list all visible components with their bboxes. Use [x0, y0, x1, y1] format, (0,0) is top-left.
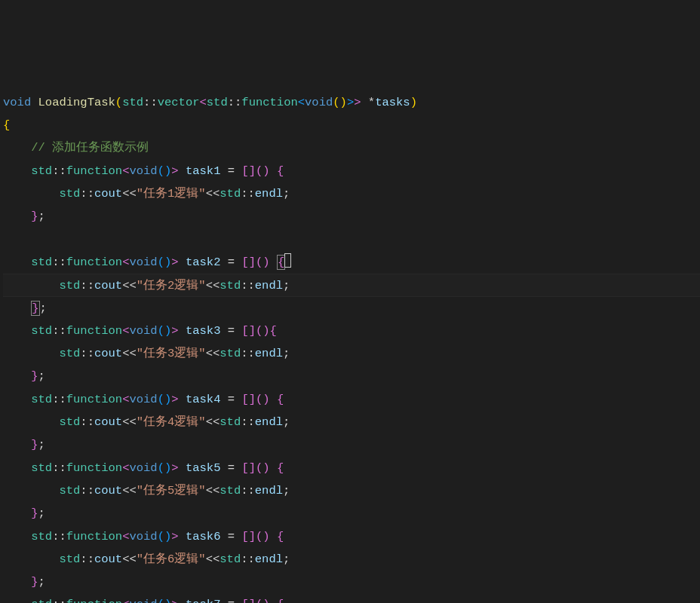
code-line[interactable] — [3, 228, 700, 251]
function-name: LoadingTask — [38, 96, 115, 109]
code-line[interactable]: std::function<void()> task7 = []() { — [3, 593, 700, 603]
code-line[interactable]: std::function<void()> task4 = []() { — [3, 388, 700, 411]
code-line[interactable]: std::function<void()> task2 = []() { — [3, 251, 700, 274]
type: vector — [158, 96, 200, 109]
code-line[interactable]: std::cout<<"任务5逻辑"<<std::endl; — [3, 479, 700, 502]
code-line[interactable]: std::cout<<"任务6逻辑"<<std::endl; — [3, 548, 700, 571]
code-line[interactable]: }; — [3, 365, 700, 387]
code-editor[interactable]: void LoadingTask(std::vector<std::functi… — [3, 91, 700, 603]
code-line[interactable]: std::function<void()> task6 = []() { — [3, 525, 700, 548]
cursor-icon — [284, 253, 291, 268]
code-line[interactable]: std::function<void()> task1 = []() { — [3, 160, 700, 182]
code-line[interactable]: }; — [3, 571, 700, 593]
code-line-active[interactable]: std::cout<<"任务2逻辑"<<std::endl; — [3, 274, 700, 296]
code-line[interactable]: std::cout<<"任务1逻辑"<<std::endl; — [3, 182, 700, 205]
code-line[interactable]: void LoadingTask(std::vector<std::functi… — [3, 91, 700, 114]
namespace: std — [122, 96, 143, 109]
variable: task1 — [186, 164, 221, 178]
code-line[interactable]: std::cout<<"任务3逻辑"<<std::endl; — [3, 342, 700, 365]
code-line[interactable]: }; — [3, 297, 700, 320]
keyword: void — [3, 96, 31, 109]
code-line[interactable]: }; — [3, 433, 700, 456]
code-line[interactable]: std::function<void()> task3 = [](){ — [3, 320, 700, 342]
code-line[interactable]: std::cout<<"任务4逻辑"<<std::endl; — [3, 411, 700, 433]
code-line[interactable]: // 添加任务函数示例 — [3, 136, 700, 159]
code-line[interactable]: }; — [3, 502, 700, 525]
string-literal: "任务1逻辑" — [137, 187, 206, 200]
code-line[interactable]: std::function<void()> task5 = []() { — [3, 457, 700, 479]
code-line[interactable]: }; — [3, 205, 700, 228]
code-line[interactable]: { — [3, 114, 700, 136]
comment: // 添加任务函数示例 — [31, 141, 149, 155]
parameter: tasks — [375, 96, 410, 109]
